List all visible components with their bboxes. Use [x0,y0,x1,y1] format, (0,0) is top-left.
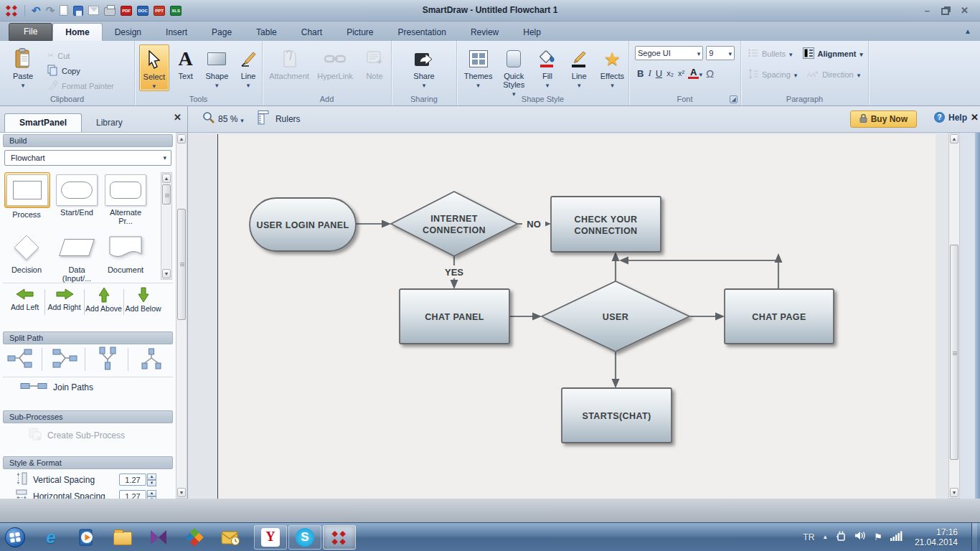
text-button[interactable]: A Text [172,44,199,91]
gallery-scroll-up[interactable]: ▲ [162,174,171,183]
vertical-spacing-value[interactable]: 1.27 [119,474,146,486]
quick-styles-button[interactable]: Quick Styles [497,44,530,98]
add-left-button[interactable]: Add Left [6,287,44,311]
line-button[interactable]: Line [235,44,262,91]
close-button[interactable]: ✕ [961,5,969,16]
font-dialog-launcher-icon[interactable]: ◢ [730,95,738,103]
horizontal-spacing-down-icon[interactable]: ▼ [147,496,156,499]
diagram-type-dropdown[interactable]: Flowchart [4,150,171,166]
tab-chart[interactable]: Chart [289,24,334,41]
shape-button[interactable]: Shape [202,44,232,91]
canvas-scroll-down[interactable]: ▼ [950,488,958,497]
tab-library[interactable]: Library [82,114,137,132]
network-signal-icon[interactable] [890,531,903,544]
tab-file[interactable]: File [9,23,52,41]
hyperlink-button[interactable]: HyperLink [316,44,354,80]
paste-dropdown-icon[interactable] [22,80,25,90]
join-paths-button[interactable]: Join Paths [20,382,93,392]
tab-page[interactable]: Page [199,24,244,41]
export-xls-icon[interactable]: XLS [170,6,182,16]
underline-button[interactable]: U [654,68,664,79]
redo-icon[interactable]: ↷ [46,5,55,16]
export-pdf-icon[interactable]: PDF [121,6,132,16]
shape-decision[interactable]: Decision [4,232,49,274]
themes-dropdown-icon[interactable] [476,80,480,90]
create-sub-process-button[interactable]: Create Sub-Process [29,428,125,443]
vertical-spacing-up-icon[interactable]: ▲ [147,474,156,480]
shape-process[interactable]: Process [4,172,49,219]
alignment-dropdown-icon[interactable] [859,50,863,58]
rulers-toggle[interactable]: Rulers [275,114,301,124]
canvas-scroll-up[interactable]: ▲ [950,134,958,143]
export-doc-icon[interactable]: DOC [137,6,149,16]
taskbar-media-player-icon[interactable] [76,527,98,548]
font-family-select[interactable]: Segoe UI [635,46,703,60]
tab-design[interactable]: Design [103,24,154,41]
split-path-section-header[interactable]: Split Path [3,331,173,344]
shape-start-end[interactable]: Start/End [55,174,99,217]
tab-insert[interactable]: Insert [154,24,199,41]
split-down-y-button[interactable] [96,347,119,374]
panel-close-icon[interactable]: ✕ [174,112,182,123]
taskbar-yandex-button[interactable]: Y [254,525,287,550]
select-dropdown-icon[interactable] [153,81,156,90]
canvas-scrollbar[interactable]: ▲ ▼ [948,133,960,499]
line-dropdown-icon[interactable] [247,80,250,90]
effects-button[interactable]: ★ Effects [596,44,628,98]
restore-button[interactable] [941,8,949,15]
bold-button[interactable]: B [635,68,646,79]
taskbar-smartdraw-button[interactable]: ◆◆◆◆ [323,525,356,550]
shape-data-input[interactable]: Data (Input/... [55,232,99,283]
panel-scroll-up[interactable]: ▲ [177,134,186,143]
taskbar-skype-button[interactable]: S [288,525,321,550]
spacing-button[interactable]: Spacing [748,67,797,81]
document-close-icon[interactable]: ✕ [971,112,979,123]
taskbar-outlook-icon[interactable] [220,527,241,548]
split-right-button[interactable] [7,348,33,372]
canvas-scroll-thumb[interactable] [950,245,958,460]
effects-dropdown-icon[interactable] [611,80,614,90]
style-format-section-header[interactable]: Style & Format [3,456,173,469]
shape-line-button[interactable]: Line [565,44,594,98]
undo-icon[interactable]: ↶ [32,5,41,16]
language-indicator[interactable]: TR [803,532,814,542]
node-internet-connection[interactable] [391,192,517,256]
symbol-button[interactable]: Ω [704,67,716,80]
direction-button[interactable]: AA Direction [807,67,860,81]
zoom-dropdown-icon[interactable] [240,113,244,126]
email-icon[interactable] [88,6,99,15]
paste-button[interactable]: Paste [6,44,40,93]
superscript-button[interactable]: x² [676,69,687,77]
node-check-your-connection[interactable] [551,197,661,252]
tab-smartpanel[interactable]: SmartPanel [4,113,82,132]
tab-table[interactable]: Table [244,24,289,41]
share-button[interactable]: Share [392,44,456,90]
flowchart-canvas[interactable]: USER LOGIN PANELINTERNETCONNECTIONCHECK … [188,133,936,499]
build-section-header[interactable]: Build [3,134,173,147]
help-button[interactable]: ? Help [934,112,967,123]
clock[interactable]: 17:16 21.04.2014 [915,527,958,547]
shape-alternate-process[interactable]: Alternate Pr... [103,174,148,225]
cut-button[interactable]: ✂ Cut [47,49,114,62]
gallery-scroll-thumb[interactable] [162,184,171,204]
panel-scroll-down[interactable]: ▼ [177,488,186,497]
print-icon[interactable] [104,7,116,16]
gallery-scrollbar[interactable]: ▲ ▼ [161,172,172,280]
tab-help[interactable]: Help [511,24,553,41]
tab-home[interactable]: Home [52,23,102,41]
shape-document[interactable]: Document [103,232,148,274]
format-painter-button[interactable]: Format Painter [47,79,114,93]
diagram-type-dropdown-icon[interactable] [163,153,166,161]
buy-now-button[interactable]: Buy Now [850,110,917,128]
taskbar-kmplayer-icon[interactable] [148,527,169,548]
font-color-button[interactable]: A [688,67,699,79]
collapse-ribbon-icon[interactable]: ▲ [964,27,971,35]
attachment-button[interactable]: Attachment [268,44,310,80]
split-left-button[interactable] [52,348,77,372]
action-center-flag-icon[interactable]: ⚑ [874,532,882,542]
add-above-button[interactable]: Add Above [85,287,123,313]
taskbar-file-explorer-icon[interactable] [112,527,133,548]
zoom-level[interactable]: 85 % [218,114,237,124]
horizontal-spacing-value[interactable]: 1.27 [119,490,146,499]
new-document-icon[interactable] [60,5,68,16]
